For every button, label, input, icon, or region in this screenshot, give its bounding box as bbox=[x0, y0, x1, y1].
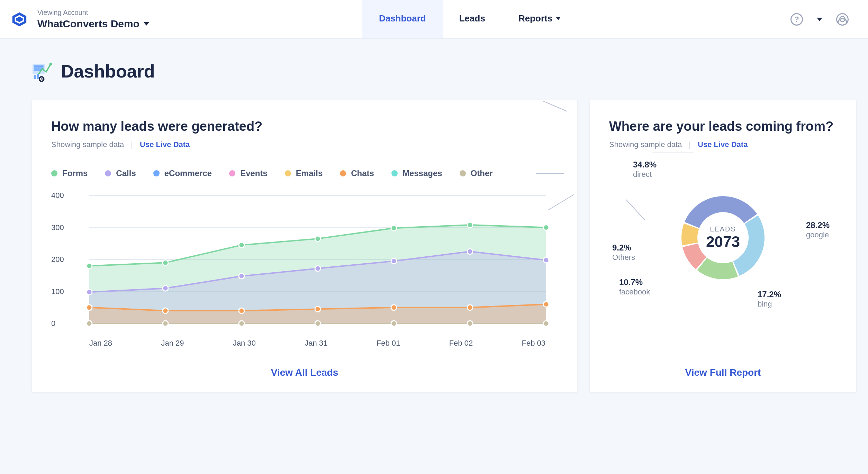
legend-item-events[interactable]: Events bbox=[229, 168, 268, 178]
svg-point-43 bbox=[315, 321, 320, 326]
chevron-down-icon bbox=[556, 17, 561, 20]
leads-card-subline: Showing sample data | Use Live Data bbox=[51, 140, 558, 149]
line-chart: 0100200300400 Jan 28Jan 29Jan 30Jan 31Fe… bbox=[51, 189, 558, 348]
use-live-data-link[interactable]: Use Live Data bbox=[698, 140, 748, 149]
donut-label-direct: 34.8%direct bbox=[633, 160, 657, 179]
svg-point-32 bbox=[543, 257, 549, 263]
legend-item-other[interactable]: Other bbox=[460, 168, 493, 178]
legend-dot-icon bbox=[460, 170, 466, 176]
svg-point-36 bbox=[315, 306, 320, 312]
svg-point-21 bbox=[239, 242, 244, 248]
svg-point-42 bbox=[239, 321, 244, 326]
donut-center-label: LEADS bbox=[706, 225, 740, 233]
svg-rect-6 bbox=[34, 69, 41, 71]
legend-label: eCommerce bbox=[164, 168, 212, 178]
dropdown-caret-icon[interactable] bbox=[817, 18, 822, 21]
donut-label-facebook: 10.7%facebook bbox=[619, 277, 650, 297]
svg-point-31 bbox=[467, 249, 473, 254]
leads-generated-card: How many leads were generated? Showing s… bbox=[32, 100, 577, 392]
svg-point-30 bbox=[391, 258, 397, 264]
svg-point-44 bbox=[391, 321, 397, 326]
topnav-right: ? bbox=[790, 13, 849, 26]
brand-logo[interactable] bbox=[11, 11, 28, 28]
donut-label-google: 28.2%google bbox=[806, 220, 830, 239]
legend-dot-icon bbox=[229, 170, 235, 176]
x-tick: Feb 03 bbox=[522, 339, 546, 348]
svg-point-26 bbox=[87, 289, 92, 295]
svg-point-13 bbox=[41, 79, 42, 80]
sources-card-subline: Showing sample data | Use Live Data bbox=[609, 140, 837, 149]
tab-leads[interactable]: Leads bbox=[443, 0, 502, 38]
donut-center-value: 2073 bbox=[706, 233, 740, 250]
x-tick: Feb 02 bbox=[449, 339, 473, 348]
caret-down-icon bbox=[144, 22, 149, 26]
svg-point-39 bbox=[543, 302, 549, 307]
donut-label-others: 9.2%Others bbox=[612, 243, 635, 262]
y-tick: 200 bbox=[51, 255, 64, 264]
legend-dot-icon bbox=[153, 170, 160, 176]
tab-reports[interactable]: Reports bbox=[502, 0, 577, 38]
svg-line-49 bbox=[626, 200, 645, 220]
svg-point-24 bbox=[467, 222, 473, 228]
legend-dot-icon bbox=[105, 170, 111, 176]
svg-rect-4 bbox=[34, 65, 44, 67]
top-nav: Viewing Account WhatConverts Demo Dashbo… bbox=[0, 0, 868, 39]
legend-dot-icon bbox=[51, 170, 57, 176]
legend-dot-icon bbox=[340, 170, 346, 176]
page-title: Dashboard bbox=[61, 61, 155, 82]
x-axis: Jan 28Jan 29Jan 30Jan 31Feb 01Feb 02Feb … bbox=[51, 335, 558, 348]
legend-label: Emails bbox=[296, 168, 323, 178]
svg-point-29 bbox=[315, 266, 320, 271]
legend-item-ecommerce[interactable]: eCommerce bbox=[153, 168, 212, 178]
sample-data-label: Showing sample data bbox=[51, 140, 124, 149]
svg-point-25 bbox=[543, 225, 549, 230]
cards-row: How many leads were generated? Showing s… bbox=[0, 95, 868, 406]
svg-point-34 bbox=[163, 308, 168, 313]
donut-chart: LEADS 2073 34.8%direct28.2%google17.2%bi… bbox=[612, 162, 834, 314]
svg-point-41 bbox=[163, 321, 168, 326]
use-live-data-link[interactable]: Use Live Data bbox=[140, 140, 190, 149]
svg-point-46 bbox=[543, 321, 549, 326]
x-tick: Jan 31 bbox=[305, 339, 327, 348]
account-switcher[interactable]: Viewing Account WhatConverts Demo bbox=[37, 9, 149, 30]
tab-dashboard[interactable]: Dashboard bbox=[362, 0, 443, 38]
svg-point-33 bbox=[87, 305, 92, 310]
main-tabs: DashboardLeadsReports bbox=[362, 0, 577, 38]
legend-item-emails[interactable]: Emails bbox=[285, 168, 323, 178]
svg-point-40 bbox=[87, 321, 92, 326]
legend-item-chats[interactable]: Chats bbox=[340, 168, 374, 178]
sample-data-label: Showing sample data bbox=[609, 140, 682, 149]
svg-point-28 bbox=[239, 273, 244, 279]
legend-label: Chats bbox=[351, 168, 374, 178]
svg-point-20 bbox=[163, 260, 168, 265]
viewing-account-label: Viewing Account bbox=[37, 9, 149, 17]
svg-point-37 bbox=[391, 305, 397, 310]
svg-point-7 bbox=[49, 63, 52, 66]
legend-dot-icon bbox=[285, 170, 291, 176]
svg-rect-8 bbox=[34, 75, 36, 79]
svg-point-27 bbox=[163, 285, 168, 291]
chart-legend: FormsCallseCommerceEventsEmailsChatsMess… bbox=[51, 168, 558, 178]
legend-item-calls[interactable]: Calls bbox=[105, 168, 136, 178]
leads-card-title: How many leads were generated? bbox=[51, 119, 558, 134]
help-icon[interactable]: ? bbox=[790, 13, 803, 26]
legend-item-forms[interactable]: Forms bbox=[51, 168, 88, 178]
legend-label: Forms bbox=[62, 168, 88, 178]
svg-point-35 bbox=[239, 308, 244, 313]
tab-label: Dashboard bbox=[379, 13, 426, 24]
view-all-leads-link[interactable]: View All Leads bbox=[271, 367, 338, 378]
svg-point-23 bbox=[391, 225, 397, 231]
x-tick: Jan 30 bbox=[233, 339, 256, 348]
legend-label: Other bbox=[471, 168, 493, 178]
view-full-report-link[interactable]: View Full Report bbox=[685, 367, 761, 378]
lead-sources-card: Where are your leads coming from? Showin… bbox=[590, 100, 856, 392]
page-heading: Dashboard bbox=[0, 39, 868, 95]
donut-center: LEADS 2073 bbox=[706, 225, 740, 250]
tab-label: Leads bbox=[459, 13, 485, 24]
legend-dot-icon bbox=[391, 170, 398, 176]
y-tick: 400 bbox=[51, 191, 64, 200]
y-tick: 0 bbox=[51, 319, 55, 328]
user-profile-icon[interactable] bbox=[836, 13, 849, 26]
legend-item-messages[interactable]: Messages bbox=[391, 168, 442, 178]
legend-label: Messages bbox=[403, 168, 442, 178]
